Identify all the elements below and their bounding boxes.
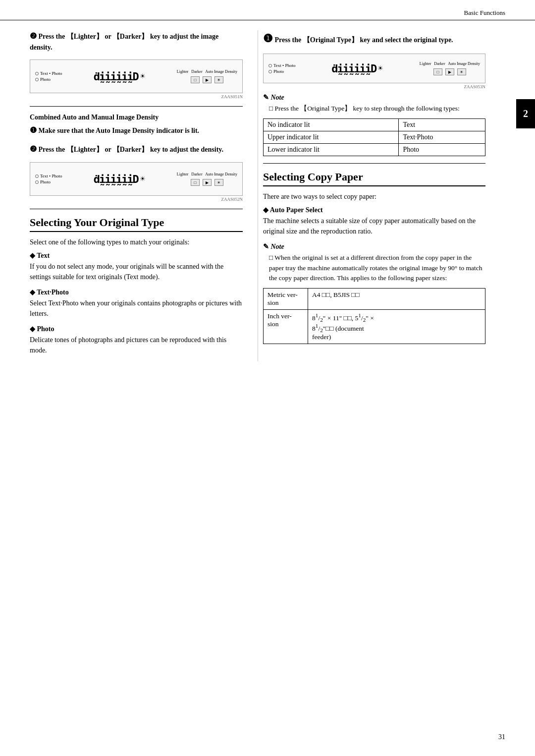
device-labels-2: Lighter Darker Auto Image Density □ ▶ ☀ <box>177 172 237 186</box>
left-column: ❷ Press the 【Lighter】 or 【Darker】 key to… <box>30 30 258 361</box>
device-indicators-right: Text • Photo Photo <box>268 63 296 74</box>
note-title-2: Note <box>263 242 485 251</box>
table-row: Lower indicator litPhoto <box>264 144 485 156</box>
copy-paper-intro: There are two ways to select copy paper: <box>263 191 485 202</box>
photo-bullet-heading: Photo <box>30 325 243 333</box>
photo-bullet-block: Photo Delicate tones of photographs and … <box>30 325 243 355</box>
table-row: No indicator litText <box>264 119 485 131</box>
device-buttons-right: □ ▶ ☀ <box>433 68 466 75</box>
device-image-1: Text • Photo Photo ḋḭḭḭḭḭḭD ☀ Lighter Da… <box>30 59 243 93</box>
density-bar-2: ḋḭḭḭḭḭḭD ☀ <box>94 173 146 185</box>
divider-2 <box>30 209 243 209</box>
divider-right <box>263 163 485 164</box>
step-press-original-type: ❶ Press the 【Original Type】 key and sele… <box>263 30 485 47</box>
note-block-2: Note When the original is set at a diffe… <box>263 242 485 283</box>
table-row: Metric ver-sionA4 □□, B5JIS □□ <box>264 289 485 310</box>
step-press-lighter-darker-2: ❷ Press the 【Lighter】 or 【Darker】 key to… <box>30 143 243 155</box>
indicator-circle-4 <box>35 180 39 184</box>
auto-paper-select-block: Auto Paper Select The machine selects a … <box>263 206 485 236</box>
indicator-circle <box>35 72 39 75</box>
step-num-2b: ❷ <box>30 145 37 153</box>
step-press-lighter-darker: ❷ Press the 【Lighter】 or 【Darker】 key to… <box>30 30 243 53</box>
density-bar-right: ḋḭḭḭḭḭḭD ☀ <box>331 62 383 75</box>
page-number: 31 <box>498 733 505 741</box>
selecting-original-type-title: Selecting Your Original Type <box>30 216 243 232</box>
device-indicators-2: Text • Photo Photo <box>35 174 62 184</box>
note-title-1: Note <box>263 93 485 102</box>
image-code-3: ZAAS053N <box>263 84 485 89</box>
auto-paper-select-body: The machine selects a suitable size of c… <box>263 216 485 236</box>
note-text-2: When the original is set at a different … <box>263 253 485 283</box>
auto-paper-select-heading: Auto Paper Select <box>263 206 485 214</box>
text-bullet-body: If you do not select any mode, your orig… <box>30 261 243 282</box>
text-photo-bullet-heading: Text·Photo <box>30 288 243 296</box>
text-photo-bullet-block: Text·Photo Select Text·Photo when your o… <box>30 288 243 319</box>
original-type-intro: Select one of the following types to mat… <box>30 237 243 247</box>
step-text-2a: Press the 【Lighter】 or 【Darker】 key to a… <box>30 33 218 51</box>
step-text-1b: Make sure that the Auto Image Density in… <box>39 127 200 134</box>
table-row: Upper indicator litText·Photo <box>264 131 485 144</box>
device-labels-1: Lighter Darker Auto Image Density □ ▶ ☀ <box>177 69 237 83</box>
device-image-2: Text • Photo Photo ḋḭḭḭḭḭḭD ☀ Lighter Da… <box>30 162 243 196</box>
right-column: ❶ Press the 【Original Type】 key and sele… <box>258 30 485 361</box>
table-row: Inch ver-sion81/2" × 11" □□, 51/2" ×81/2… <box>264 310 485 344</box>
page-header: Basic Functions <box>0 0 535 20</box>
indicator-circle-2 <box>35 78 39 81</box>
step-text-2b: Press the 【Lighter】 or 【Darker】 key to a… <box>39 146 224 153</box>
device-labels-right: Lighter Darker Auto Image Density □ ▶ ☀ <box>420 61 480 75</box>
main-content: ❷ Press the 【Lighter】 or 【Darker】 key to… <box>0 20 535 361</box>
device-buttons-2: □ ▶ ☀ <box>191 179 223 186</box>
paper-sizes-table: Metric ver-sionA4 □□, B5JIS □□Inch ver-s… <box>263 288 485 344</box>
header-title: Basic Functions <box>464 9 505 17</box>
right-step-num-1: ❶ <box>263 32 273 45</box>
step-make-sure: ❶ Make sure that the Auto Image Density … <box>30 124 243 136</box>
device-image-right: Text • Photo Photo ḋḭḭḭḭḭḭD ☀ Lighter Da… <box>263 54 485 83</box>
text-bullet-heading: Text <box>30 251 243 260</box>
density-bar-1: ḋḭḭḭḭḭḭD ☀ <box>94 70 146 83</box>
chapter-marker: 2 <box>516 99 535 128</box>
image-code-2: ZAAS052N <box>30 197 243 202</box>
indicator-circle-r1 <box>268 64 272 67</box>
device-indicators-1: Text • Photo Photo <box>35 71 62 82</box>
text-bullet-block: Text If you do not select any mode, your… <box>30 251 243 282</box>
indicator-circle-3 <box>35 174 39 178</box>
selecting-copy-paper-title: Selecting Copy Paper <box>263 171 485 186</box>
step-num-2a: ❷ <box>30 32 37 40</box>
device-buttons-1: □ ▶ ☀ <box>191 76 223 83</box>
right-step-text-1: Press the 【Original Type】 key and select… <box>275 36 453 44</box>
divider-1 <box>30 106 243 107</box>
indicator-circle-r2 <box>268 70 272 73</box>
step-num-1b: ❶ <box>30 126 37 134</box>
photo-bullet-body: Delicate tones of photographs and pictur… <box>30 335 243 355</box>
text-photo-bullet-body: Select Text·Photo when your originals co… <box>30 298 243 319</box>
note-text-1: Press the 【Original Type】 key to step th… <box>263 104 485 114</box>
note-block-1: Note Press the 【Original Type】 key to st… <box>263 93 485 114</box>
combined-section-title: Combined Auto and Manual Image Density <box>30 114 243 121</box>
image-code-1: ZAAS051N <box>30 94 243 99</box>
types-table: No indicator litTextUpper indicator litT… <box>263 118 485 156</box>
